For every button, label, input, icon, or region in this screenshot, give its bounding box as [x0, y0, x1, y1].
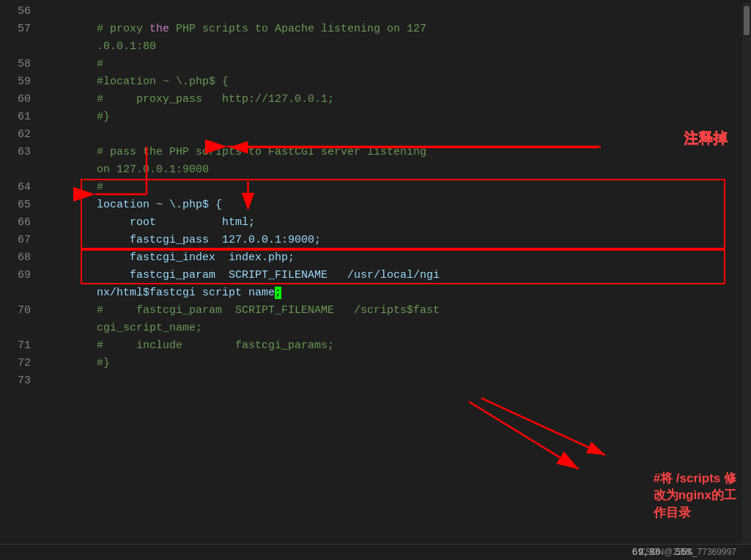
line-num-66: 66: [0, 214, 31, 232]
code-line-59: #location ~ \.php$ {: [44, 73, 742, 91]
code-line-68: fastcgi_index index.php;: [44, 249, 742, 267]
line-num-58: 58: [0, 56, 31, 73]
line-num-65: 65: [0, 196, 31, 214]
code-area: # proxy the PHP scripts to Apache listen…: [38, 3, 742, 560]
code-line-73: [44, 372, 742, 390]
line-num-64: 64: [0, 179, 31, 196]
annotation-zhu-shi-diao: 注释掉: [684, 128, 728, 148]
line-num-68: 68: [0, 249, 31, 267]
code-line-65: location ~ \.php$ {: [44, 196, 742, 214]
code-line-60: # proxy_pass http://127.0.0.1;: [44, 91, 742, 108]
line-num-57b: [0, 38, 31, 56]
code-line-57b: .0.0.1:80: [44, 38, 742, 56]
scrollbar-thumb[interactable]: [744, 6, 750, 35]
line-num-69b: [0, 284, 31, 302]
code-line-62: [44, 126, 742, 144]
line-num-70: 70: [0, 302, 31, 320]
line-num-60: 60: [0, 91, 31, 108]
editor-container: 56 57 58 59 60 61 62 63 64 65 66 67 68 6…: [0, 0, 751, 560]
code-line-61: #}: [44, 108, 742, 126]
svg-line-4: [481, 398, 605, 455]
line-numbers: 56 57 58 59 60 61 62 63 64 65 66 67 68 6…: [0, 3, 38, 560]
code-line-56: [44, 3, 742, 21]
green-highlight: ;: [275, 287, 281, 299]
line-num-62: 62: [0, 126, 31, 144]
line-num-59: 59: [0, 73, 31, 91]
line-num-72: 72: [0, 355, 31, 372]
line-num-61: 61: [0, 108, 31, 126]
line-num-56: 56: [0, 3, 31, 21]
scrollbar[interactable]: [742, 3, 751, 560]
code-line-69: fastcgi_param SCRIPT_FILENAME /usr/local…: [44, 267, 742, 284]
line-num-69: 69: [0, 267, 31, 284]
watermark: CSDN@2301_77369997: [639, 547, 736, 557]
line-num-63: 63: [0, 144, 31, 161]
line-num-73: 73: [0, 372, 31, 390]
annotation-modify-text: #将 /scripts 修改为nginx的工作目录: [654, 471, 736, 520]
line-num-67: 67: [0, 232, 31, 249]
code-line-71: # include fastcgi_params;: [44, 337, 742, 355]
line-num-70b: [0, 320, 31, 337]
line-num-57: 57: [0, 21, 31, 38]
code-line-58: #: [44, 56, 742, 73]
code-line-63b: on 127.0.0.1:9000: [44, 161, 742, 179]
code-line-70b: cgi_script_name;: [44, 320, 742, 337]
code-line-70: # fastcgi_param SCRIPT_FILENAME /scripts…: [44, 302, 742, 320]
code-line-57: # proxy the PHP scripts to Apache listen…: [44, 21, 742, 38]
line-num-71: 71: [0, 337, 31, 355]
code-line-69b: nx/html$fastcgi script name;: [44, 284, 742, 302]
code-line-66: root html;: [44, 214, 742, 232]
code-line-64: #: [44, 179, 742, 196]
line-num-63b: [0, 161, 31, 179]
code-line-72: #}: [44, 355, 742, 372]
code-line-67: fastcgi_pass 127.0.0.1:9000;: [44, 232, 742, 249]
annotation-modify: #将 /scripts 修改为nginx的工作目录: [654, 470, 736, 522]
code-line-63: # pass the PHP scripts to FastCGI server…: [44, 144, 742, 161]
